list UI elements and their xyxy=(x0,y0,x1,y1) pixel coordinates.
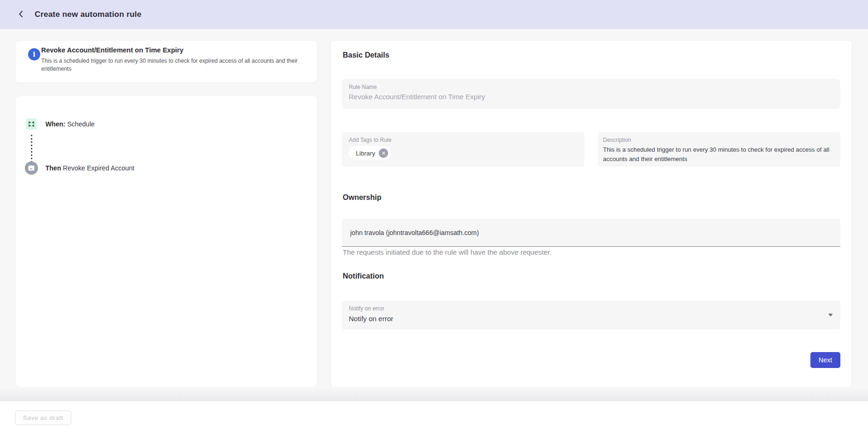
notification-heading: Notification xyxy=(343,272,384,280)
tag-chip-label: Library xyxy=(356,150,375,157)
rule-name-value: Revoke Account/Entitlement on Time Expir… xyxy=(349,93,833,101)
back-button[interactable] xyxy=(14,7,28,22)
owner-helper-text: The requests initiated due to the rule w… xyxy=(343,248,552,256)
when-keyword: When: xyxy=(45,120,66,128)
owner-value: john travola (johntravolta666@iamsath.co… xyxy=(350,229,479,236)
rule-name-field: Rule Name Revoke Account/Entitlement on … xyxy=(342,79,840,109)
create-automation-rule-page: Create new automation rule i Revoke Acco… xyxy=(0,0,868,434)
tags-field[interactable]: Add Tags to Rule Library ✕ xyxy=(342,132,584,167)
chevron-down-icon xyxy=(828,314,833,316)
ownership-heading: Ownership xyxy=(343,193,382,202)
owner-input[interactable]: john travola (johntravolta666@iamsath.co… xyxy=(342,219,840,247)
rule-form-panel: Basic Details Rule Name Revoke Account/E… xyxy=(331,41,852,387)
save-as-draft-button[interactable]: Save as draft xyxy=(15,411,71,425)
notify-on-error-dropdown[interactable]: Notify on error Notify on error xyxy=(342,301,840,330)
footer-bar: Save as draft xyxy=(0,401,868,434)
workflow-card: When: Schedule Then Revoke Expired Accou… xyxy=(15,96,317,387)
description-label: Description xyxy=(603,137,835,143)
when-value: Schedule xyxy=(67,120,95,128)
then-step-label: Then Revoke Expired Account xyxy=(45,164,134,172)
tags-label: Add Tags to Rule xyxy=(349,137,577,143)
footer-shadow-band xyxy=(0,387,868,401)
tag-chip: Library ✕ xyxy=(349,146,391,160)
workflow-when-step[interactable]: When: Schedule xyxy=(26,118,95,130)
header-bar: Create new automation rule xyxy=(0,0,868,29)
rule-summary-title: Revoke Account/Entitlement on Time Expir… xyxy=(41,46,184,54)
notify-dropdown-value: Notify on error xyxy=(349,315,833,323)
rule-name-label: Rule Name xyxy=(349,84,833,90)
next-button[interactable]: Next xyxy=(810,352,840,368)
then-keyword: Then xyxy=(45,164,61,172)
when-step-label: When: Schedule xyxy=(45,120,95,128)
basic-details-heading: Basic Details xyxy=(343,51,390,59)
then-value: Revoke Expired Account xyxy=(63,164,134,172)
description-value: This is a scheduled trigger to run every… xyxy=(603,145,835,164)
notify-dropdown-label: Notify on error xyxy=(349,305,833,312)
schedule-trigger-icon xyxy=(26,118,37,130)
page-title: Create new automation rule xyxy=(35,10,141,19)
rule-summary-description: This is a scheduled trigger to run every… xyxy=(41,57,306,73)
workflow-connector-line xyxy=(31,135,32,165)
chevron-left-icon xyxy=(16,9,26,21)
workflow-then-step[interactable]: Then Revoke Expired Account xyxy=(25,162,134,175)
rule-summary-card: i Revoke Account/Entitlement on Time Exp… xyxy=(15,41,317,82)
description-field[interactable]: Description This is a scheduled trigger … xyxy=(598,132,840,167)
action-icon xyxy=(25,162,38,175)
info-icon: i xyxy=(28,48,40,60)
remove-tag-icon[interactable]: ✕ xyxy=(379,148,388,158)
